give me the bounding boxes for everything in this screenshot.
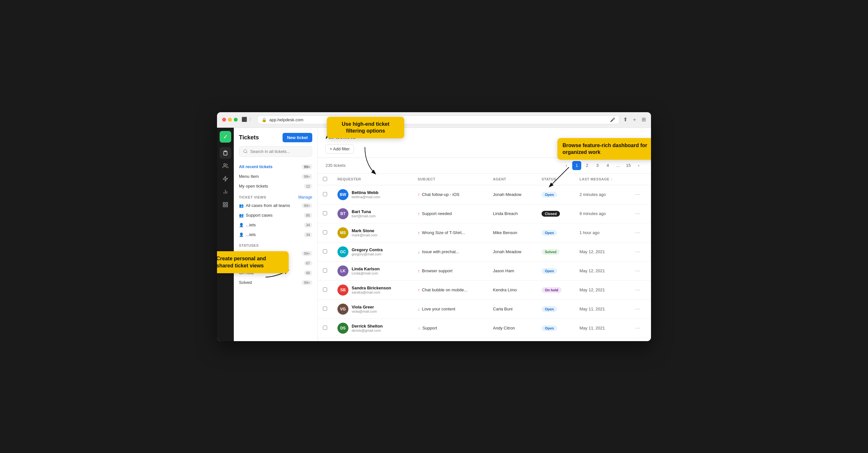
last-message-cell: May 11, 2021: [575, 300, 629, 318]
row-checkbox[interactable]: [323, 249, 327, 254]
page-2[interactable]: 2: [583, 161, 592, 170]
actions-cell[interactable]: ···: [629, 242, 651, 261]
add-filter-button[interactable]: + Add filter: [326, 144, 354, 153]
priority-down-icon: ↓: [417, 307, 420, 312]
requester-info: Mark Stone mark@mail.com: [352, 228, 377, 237]
sidebar-title: Tickets: [239, 134, 259, 141]
requester-email: gregory@mail.com: [352, 252, 383, 256]
row-checkbox[interactable]: [323, 192, 327, 196]
new-ticket-button[interactable]: New ticket: [283, 133, 312, 142]
actions-cell[interactable]: ···: [629, 185, 651, 204]
row-checkbox-cell[interactable]: [318, 204, 332, 223]
page-4[interactable]: 4: [603, 161, 612, 170]
manage-views-link[interactable]: Manage: [299, 195, 312, 199]
address-bar[interactable]: 🔒 app.helpdesk.com 🎤: [257, 115, 619, 124]
row-checkbox-cell[interactable]: [318, 242, 332, 261]
row-checkbox[interactable]: [323, 307, 327, 311]
search-icon: [243, 149, 248, 153]
more-options-button[interactable]: ···: [634, 306, 641, 312]
last-message-text: May 12, 2021: [580, 287, 605, 292]
sidebar-icon-grid[interactable]: [220, 199, 231, 210]
actions-cell[interactable]: ···: [629, 318, 651, 338]
forward-arrow[interactable]: 〉: [249, 117, 253, 122]
sidebar-nav-my-open[interactable]: My open tickets 12: [234, 181, 317, 191]
ticket-view-all-teams[interactable]: 👥 All cases from all teams 99+: [234, 201, 317, 210]
table-row[interactable]: GC Gregory Contra gregory@mail.com ↓ Iss…: [318, 242, 651, 261]
priority-up-icon: ↑: [417, 211, 420, 216]
more-options-button[interactable]: ···: [634, 210, 641, 217]
last-message-text: May 12, 2021: [580, 249, 605, 254]
sidebar-icon-tickets[interactable]: [220, 147, 231, 159]
sidebar-icon-chart[interactable]: [220, 186, 231, 198]
row-checkbox-cell[interactable]: [318, 223, 332, 242]
ticket-view-3[interactable]: 👤 ...iets 34: [234, 220, 317, 230]
table-row[interactable]: VG Viola Greer viola@mail.com ↓ Love you…: [318, 300, 651, 318]
subject-cell: ↓ Issue with prechat...: [412, 242, 488, 261]
ticket-view-support[interactable]: 👥 Support cases 85: [234, 210, 317, 220]
last-message-cell: 1 hour ago: [575, 223, 629, 242]
view-badge: 34: [304, 223, 312, 228]
select-all-checkbox[interactable]: [323, 177, 327, 181]
more-options-button[interactable]: ···: [634, 286, 641, 293]
page-next[interactable]: ›: [634, 161, 643, 170]
page-3[interactable]: 3: [593, 161, 602, 170]
app-logo[interactable]: ✓: [220, 131, 231, 143]
more-options-button[interactable]: ···: [634, 248, 641, 255]
row-checkbox[interactable]: [323, 325, 327, 330]
actions-cell[interactable]: ···: [629, 261, 651, 280]
page-prev[interactable]: ‹: [562, 161, 571, 170]
close-btn[interactable]: [222, 118, 226, 121]
table-row[interactable]: MS Mark Stone mark@mail.com ↑ Wrong Size…: [318, 223, 651, 242]
agent-name: Linda Breach: [493, 211, 518, 216]
page-1[interactable]: 1: [572, 161, 581, 170]
table-row[interactable]: SB Sandra Birickenson sandra@mail.com ↑ …: [318, 280, 651, 300]
view-label: Support cases: [246, 213, 273, 218]
status-solved[interactable]: Solved 99+: [234, 278, 317, 287]
more-options-button[interactable]: ···: [634, 267, 641, 274]
requester-email: bart@mail.com: [352, 214, 376, 218]
tabs-icon[interactable]: ⊞: [642, 116, 646, 123]
svg-rect-0: [225, 151, 226, 152]
row-checkbox[interactable]: [323, 230, 327, 234]
actions-cell[interactable]: ···: [629, 300, 651, 318]
search-box[interactable]: [239, 146, 312, 157]
row-checkbox[interactable]: [323, 268, 327, 273]
row-checkbox[interactable]: [323, 287, 327, 292]
maximize-btn[interactable]: [234, 118, 238, 121]
table-row[interactable]: AB Amanda Barns ↑ HelpDesk Case Study...…: [318, 338, 651, 341]
ticket-view-4[interactable]: 👤 ...iets 34: [234, 230, 317, 239]
search-input[interactable]: [250, 149, 308, 154]
row-checkbox-cell[interactable]: [318, 280, 332, 300]
more-options-button[interactable]: ···: [634, 324, 641, 331]
sidebar-icon-lightning[interactable]: [220, 173, 231, 185]
page-ellipsis: …: [614, 161, 623, 170]
sidebar-nav-badge: 99+: [302, 164, 312, 169]
more-options-button[interactable]: ···: [634, 191, 641, 198]
share-icon[interactable]: ⬆: [623, 116, 627, 123]
table-row[interactable]: DS Derrick Shelton derick@gmail.com ○ Su…: [318, 318, 651, 338]
view-label: ...iets: [246, 223, 256, 227]
sidebar-icon-contacts[interactable]: [220, 160, 231, 172]
table-row[interactable]: LK Linda Karlson Linda@mail.com ↑ Browse…: [318, 261, 651, 280]
row-checkbox-cell[interactable]: [318, 338, 332, 341]
row-checkbox[interactable]: [323, 211, 327, 215]
page-15[interactable]: 15: [624, 161, 633, 170]
sidebar-nav-menu-item[interactable]: Menu Item 99+: [234, 172, 317, 181]
row-checkbox-cell[interactable]: [318, 300, 332, 318]
actions-cell[interactable]: ···: [629, 204, 651, 223]
actions-cell[interactable]: ···: [629, 223, 651, 242]
sidebar-nav-all-recent[interactable]: All recent tickets 99+: [234, 162, 317, 172]
new-tab-icon[interactable]: ＋: [632, 116, 637, 123]
more-options-button[interactable]: ···: [634, 229, 641, 236]
select-all-header[interactable]: [318, 174, 332, 185]
row-checkbox-cell[interactable]: [318, 185, 332, 204]
row-checkbox-cell[interactable]: [318, 261, 332, 280]
table-row[interactable]: BT Bart Tuna bart@mail.com ↑ Support nee…: [318, 204, 651, 223]
actions-cell[interactable]: ···: [629, 338, 651, 341]
table-row[interactable]: BW Bettina Webb bettina@mail.com ↑ Chat …: [318, 185, 651, 204]
back-arrow[interactable]: ⬛: [242, 117, 247, 122]
minimize-btn[interactable]: [228, 118, 232, 121]
row-checkbox-cell[interactable]: [318, 318, 332, 338]
nav-arrows[interactable]: ⬛ 〉: [242, 117, 253, 122]
actions-cell[interactable]: ···: [629, 280, 651, 300]
